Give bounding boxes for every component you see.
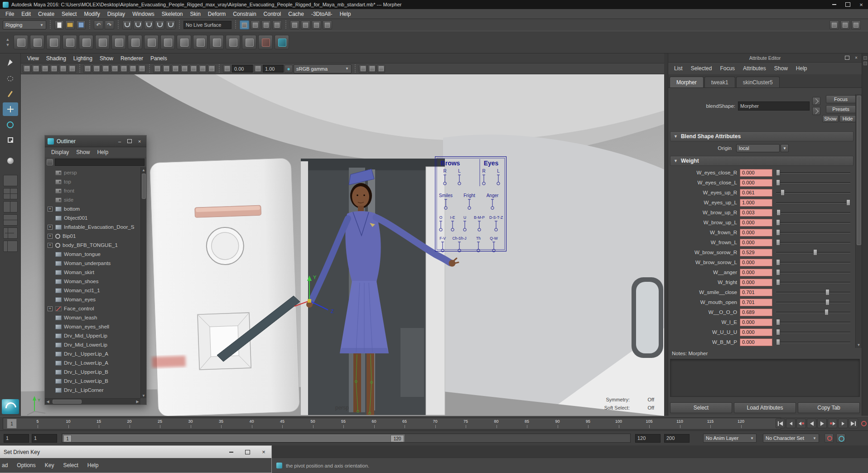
go-start-icon[interactable] — [776, 419, 785, 428]
menu-file[interactable]: File — [2, 9, 18, 19]
attribute-scrollbar[interactable]: ▼ — [855, 94, 862, 348]
weight-value-field[interactable] — [740, 249, 772, 256]
menu-modify[interactable]: Modify — [80, 9, 103, 19]
sdk-menu-options[interactable]: Options — [12, 462, 40, 468]
step-back-icon[interactable] — [786, 419, 796, 428]
ae-menu-show[interactable]: Show — [770, 63, 792, 73]
expand-icon[interactable]: + — [48, 225, 53, 230]
outliner-vertical-scrollbar[interactable]: ▲ ▼ — [140, 167, 146, 398]
sdk-menu-key[interactable]: Key — [40, 462, 59, 468]
prev-key-icon[interactable] — [796, 419, 806, 428]
minimize-icon[interactable]: – — [116, 138, 124, 145]
weight-value-field[interactable] — [740, 338, 772, 346]
weight-value-field[interactable] — [740, 189, 772, 197]
time-slider-track[interactable]: 1 51015202530354045505560657075808590951… — [3, 418, 781, 430]
selection-mask-hierarchy-icon[interactable] — [251, 20, 260, 29]
tab-tweak1[interactable]: tweak1 — [704, 77, 735, 87]
weight-slider[interactable] — [776, 188, 850, 197]
vp-menu-show[interactable]: Show — [96, 53, 117, 63]
face-control-slider-handle[interactable] — [458, 182, 461, 185]
weight-value-field[interactable] — [740, 289, 772, 296]
xray-icon[interactable] — [368, 65, 376, 73]
slider-handle[interactable] — [776, 169, 780, 176]
menuset-dropdown[interactable]: Rigging ▼ — [3, 20, 46, 29]
weight-slider[interactable] — [776, 288, 850, 296]
show-button[interactable]: Show — [822, 115, 839, 122]
gamma-icon[interactable] — [254, 65, 262, 73]
weight-slider[interactable] — [776, 198, 850, 207]
menu-control[interactable]: Control — [260, 9, 285, 19]
joints-xray-icon[interactable] — [377, 65, 385, 73]
outliner-item-drv-mid-lowerlip[interactable]: Drv_Mid_LowerLip — [45, 340, 140, 349]
scroll-right-icon[interactable]: ▶ — [135, 399, 140, 405]
tab-skincluster5[interactable]: skinCluster5 — [736, 77, 780, 87]
red-plus-icon[interactable]: + — [258, 35, 273, 49]
ae-menu-focus[interactable]: Focus — [716, 63, 739, 73]
vp-menu-view[interactable]: View — [24, 53, 43, 63]
outliner-item-drv-l-lipcorner[interactable]: Drv_L_LipCorner — [45, 386, 140, 395]
oversampling-icon[interactable] — [68, 65, 76, 73]
gate-mask-icon[interactable] — [111, 65, 119, 73]
menu-display[interactable]: Display — [104, 9, 129, 19]
weight-slider[interactable] — [776, 228, 850, 236]
auto-keyframe-icon[interactable] — [860, 420, 867, 427]
lasso-tool-icon[interactable] — [3, 72, 18, 85]
face-control-slider-handle[interactable] — [463, 228, 466, 231]
scale-tool-icon[interactable] — [3, 133, 18, 147]
attribute-editor-toggle-icon[interactable] — [829, 20, 839, 29]
file-new-icon[interactable] — [54, 20, 64, 29]
focus-button[interactable]: Focus — [826, 95, 856, 103]
screen-space-ao-icon[interactable] — [198, 65, 207, 73]
shaded-icon[interactable] — [162, 65, 170, 73]
play-backward-icon[interactable] — [807, 419, 816, 428]
character-set-dropdown[interactable]: No Character Set ▼ — [763, 434, 819, 443]
exposure-icon[interactable] — [223, 65, 231, 73]
weight-value-field[interactable] — [740, 279, 772, 286]
spline-ik-icon[interactable] — [46, 35, 61, 49]
face-control-slider-handle[interactable] — [439, 228, 442, 231]
two-pane-stacked-layout-icon[interactable] — [3, 214, 18, 226]
outliner-item-side[interactable]: side — [45, 195, 140, 204]
ik-spring-icon[interactable] — [63, 35, 77, 49]
scrollbar-handle[interactable] — [53, 400, 82, 404]
outliner-item-woman-skirt[interactable]: Woman_skirt — [45, 268, 140, 277]
selection-mask-component-icon[interactable] — [272, 20, 282, 29]
outliner-item-bip01[interactable]: +Bip01 — [45, 232, 140, 241]
face-control-slider-handle[interactable] — [468, 207, 471, 209]
slider-handle[interactable] — [776, 339, 780, 345]
weight-slider[interactable] — [776, 179, 850, 187]
face-control-slider-handle[interactable] — [491, 207, 494, 209]
outliner-item-woman-shoes[interactable]: Woman_shoes — [45, 277, 140, 286]
sdk-menu-help[interactable]: Help — [83, 462, 103, 468]
wireframe-icon[interactable] — [153, 65, 161, 73]
single-pane-layout-icon[interactable] — [3, 175, 18, 186]
ae-menu-attributes[interactable]: Attributes — [739, 63, 770, 73]
close-icon[interactable]: × — [853, 54, 860, 61]
paint-skin-weights-icon[interactable] — [160, 35, 175, 49]
slider-handle[interactable] — [776, 279, 780, 285]
slider-handle[interactable] — [776, 239, 780, 246]
tool-settings-toggle-icon[interactable] — [840, 20, 850, 29]
weight-value-field[interactable] — [740, 179, 772, 187]
joint-tool-icon[interactable] — [14, 35, 28, 49]
select-tool-icon[interactable] — [3, 56, 18, 70]
paint-select-tool-icon[interactable] — [3, 87, 18, 101]
ae-menu-help[interactable]: Help — [792, 63, 811, 73]
playback-start-field[interactable] — [32, 434, 57, 443]
current-frame-marker[interactable]: 1 — [7, 419, 17, 429]
filter-icon[interactable] — [47, 159, 53, 165]
face-control-slider-handle[interactable] — [478, 228, 481, 231]
face-control-board[interactable]: BrowsEyesRLRLSmilesFrightAngerOI-EUB-M-P… — [435, 156, 507, 252]
2d-pan-zoom-icon[interactable] — [59, 65, 67, 73]
select-button[interactable]: Select — [670, 402, 732, 413]
weight-value-field[interactable] — [740, 199, 772, 207]
chevron-down-icon[interactable]: ▼ — [781, 144, 789, 152]
load-attributes-button[interactable]: Load Attributes — [734, 402, 796, 413]
dock-handle-icon[interactable] — [863, 62, 867, 65]
outliner-menu-help[interactable]: Help — [93, 147, 112, 157]
set-key-icon[interactable] — [825, 434, 834, 443]
last-tool-icon[interactable] — [3, 154, 18, 168]
render-icon[interactable] — [301, 20, 310, 29]
outliner-item-face-control[interactable]: +Face_control — [45, 304, 140, 313]
play-forward-icon[interactable] — [817, 419, 827, 428]
